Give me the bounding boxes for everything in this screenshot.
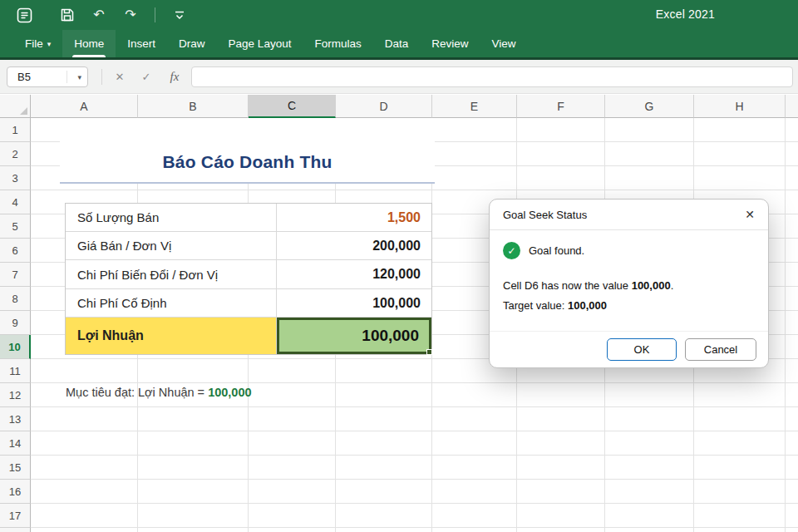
report-table: Số Lượng Bán 1,500 Giá Bán / Đơn Vị 200,… <box>65 203 432 355</box>
tab-draw[interactable]: Draw <box>167 30 217 57</box>
insert-function-icon[interactable]: fx <box>165 66 185 87</box>
result-line: Cell D6 has now the value 100,000. <box>503 279 755 292</box>
status-text: Goal found. <box>529 244 584 257</box>
tab-label: File <box>25 37 43 50</box>
customize-quick-access-icon[interactable] <box>170 6 189 24</box>
row-label[interactable]: Số Lượng Bán <box>66 204 277 231</box>
row-value[interactable]: 100,000 <box>277 289 431 317</box>
table-row: Giá Bán / Đơn Vị 200,000 <box>66 232 431 260</box>
name-box[interactable]: B5 ▾ <box>7 66 88 87</box>
goal-seek-dialog: Goal Seek Status ✕ ✓ Goal found. Cell D6… <box>489 199 769 368</box>
row-value[interactable]: 120,000 <box>277 260 431 288</box>
goal-note: Mục tiêu đạt: Lợi Nhuận = 100,000 <box>66 386 252 399</box>
tab-label: View <box>491 37 515 50</box>
row-label[interactable]: Chi Phí Biến Đổi / Đơn Vị <box>66 260 277 288</box>
tab-formulas[interactable]: Formulas <box>303 30 372 57</box>
tab-review[interactable]: Review <box>420 30 480 57</box>
ok-button[interactable]: OK <box>607 338 677 361</box>
goal-note-text: Mục tiêu đạt: Lợi Nhuận = <box>66 386 208 399</box>
row-label[interactable]: Giá Bán / Đơn Vị <box>66 232 277 259</box>
tab-label: Draw <box>179 37 205 50</box>
dialog-title: Goal Seek Status <box>503 209 587 221</box>
tab-label: Page Layout <box>229 37 292 50</box>
target-line-text: Target value: <box>503 299 568 312</box>
target-line-value: 100,000 <box>568 299 607 312</box>
result-line-period: . <box>671 279 674 292</box>
save-icon[interactable] <box>58 6 76 24</box>
report-title: Báo Cáo Doanh Thu <box>162 152 332 172</box>
result-line-value: 100,000 <box>632 279 671 292</box>
profit-value: 100,000 <box>362 327 419 345</box>
table-row-profit: Lợi Nhuận 100,000 <box>66 318 431 354</box>
row-value[interactable]: 1,500 <box>277 204 431 231</box>
profit-value-cell[interactable]: 100,000 <box>277 318 431 354</box>
toolbar-divider <box>155 7 155 22</box>
row-label[interactable]: Chi Phí Cố Định <box>66 289 277 317</box>
dialog-body: ✓ Goal found. Cell D6 has now the value … <box>490 230 768 312</box>
success-check-icon: ✓ <box>503 242 520 259</box>
report-title-cell[interactable]: Báo Cáo Doanh Thu <box>60 118 435 184</box>
row-value[interactable]: 200,000 <box>277 232 431 259</box>
ribbon-tabs: File▾HomeInsertDrawPage LayoutFormulasDa… <box>0 30 798 57</box>
app-icon[interactable] <box>15 6 33 24</box>
table-row: Chi Phí Biến Đổi / Đơn Vị 120,000 <box>66 260 431 289</box>
formula-input[interactable] <box>191 66 793 87</box>
tab-label: Insert <box>127 37 155 50</box>
dialog-footer: OK Cancel <box>490 331 768 367</box>
name-box-dropdown-icon[interactable]: ▾ <box>77 73 81 81</box>
undo-icon[interactable]: ↶ <box>90 6 108 24</box>
tab-label: Home <box>74 37 104 50</box>
app-version-label: Excel 2021 <box>656 7 715 21</box>
fill-handle[interactable] <box>426 349 432 355</box>
tab-home[interactable]: Home <box>62 30 116 57</box>
profit-label[interactable]: Lợi Nhuận <box>66 318 277 354</box>
cancel-button[interactable]: Cancel <box>685 338 756 361</box>
tab-label: Formulas <box>314 37 361 50</box>
tab-view[interactable]: View <box>480 30 527 57</box>
name-box-value: B5 <box>17 71 31 83</box>
dialog-title-bar[interactable]: Goal Seek Status ✕ <box>490 200 768 230</box>
chevron-down-icon: ▾ <box>47 40 52 48</box>
table-row: Chi Phí Cố Định 100,000 <box>66 289 431 318</box>
tab-label: Data <box>385 37 409 50</box>
tab-insert[interactable]: Insert <box>116 30 167 57</box>
table-row: Số Lượng Bán 1,500 <box>66 204 431 232</box>
result-line-text: Cell D6 has now the value <box>503 279 632 292</box>
tab-label: Review <box>431 37 468 50</box>
close-icon[interactable]: ✕ <box>745 208 755 221</box>
name-box-divider <box>66 71 67 83</box>
target-line: Target value: 100,000 <box>503 299 755 312</box>
goal-note-value: 100,000 <box>208 386 251 399</box>
formula-bar: B5 ▾ ✕ ✓ fx <box>0 60 798 94</box>
quick-access-toolbar: ↶ ↷ <box>0 6 189 24</box>
redo-icon[interactable]: ↷ <box>121 6 140 24</box>
title-bar: ↶ ↷ Excel 2021 <box>0 0 798 30</box>
formula-bar-divider <box>101 69 102 85</box>
enter-entry-icon[interactable]: ✓ <box>136 66 156 87</box>
tab-data[interactable]: Data <box>373 30 421 57</box>
status-row: ✓ Goal found. <box>503 242 755 259</box>
cancel-entry-icon[interactable]: ✕ <box>110 66 130 87</box>
tab-file[interactable]: File▾ <box>13 30 62 57</box>
tab-page-layout[interactable]: Page Layout <box>217 30 303 57</box>
